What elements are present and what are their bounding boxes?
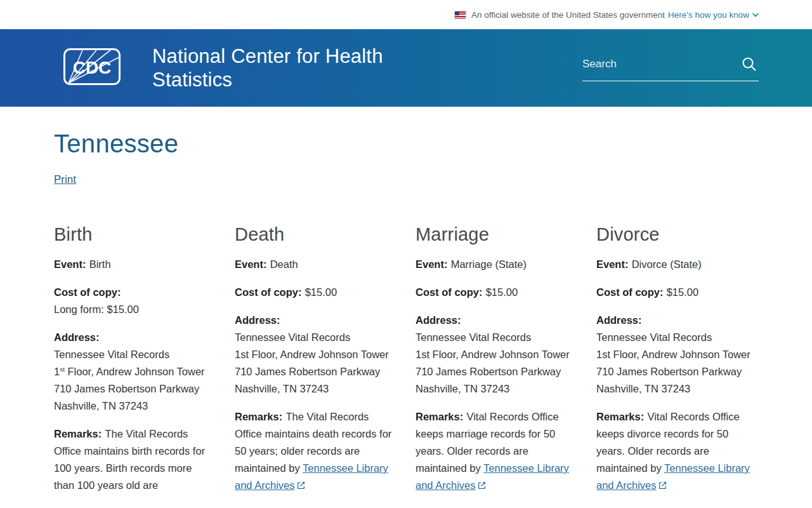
event-value: Marriage (State) bbox=[451, 258, 527, 270]
search-icon bbox=[741, 56, 757, 72]
event-label: Event: bbox=[596, 258, 628, 270]
record-section-marriage: Marriage Event:Marriage (State) Cost of … bbox=[416, 224, 574, 505]
external-link-icon bbox=[478, 481, 486, 490]
main-content: Tennessee Print Birth Event:Birth Cost o… bbox=[0, 130, 812, 505]
record-section-birth: Birth Event:Birth Cost of copy: Long for… bbox=[54, 224, 213, 505]
cost-value: $15.00 bbox=[305, 286, 337, 298]
remarks-field: Remarks:The Vital Records Office maintai… bbox=[54, 425, 213, 494]
cost-label: Cost of copy: bbox=[416, 286, 482, 298]
event-label: Event: bbox=[54, 258, 86, 270]
event-field: Event:Death bbox=[235, 256, 393, 273]
event-field: Event:Birth bbox=[54, 256, 213, 273]
search-area bbox=[582, 55, 759, 81]
section-heading-death: Death bbox=[235, 224, 393, 245]
event-value: Death bbox=[270, 258, 298, 270]
cost-value: $15.00 bbox=[667, 286, 698, 298]
address-line: Nashville, TN 37243 bbox=[54, 398, 213, 415]
external-link-icon bbox=[658, 481, 667, 490]
event-value: Birth bbox=[89, 258, 111, 270]
cost-label: Cost of copy: bbox=[54, 286, 121, 298]
address-line: 1st Floor, Andrew Johnson Tower bbox=[54, 363, 213, 380]
cost-label: Cost of copy: bbox=[596, 286, 663, 298]
heres-how-you-know-link[interactable]: Here's how you know bbox=[668, 10, 759, 20]
site-header: CDC National Center for Health Statistic… bbox=[0, 29, 812, 107]
site-title: National Center for Health Statistics bbox=[152, 44, 450, 91]
address-line: Tennessee Vital Records bbox=[416, 329, 574, 346]
official-website-text: An official website of the United States… bbox=[471, 10, 665, 20]
remarks-label: Remarks: bbox=[235, 411, 282, 422]
us-flag-icon bbox=[455, 11, 466, 18]
address-field: Address: Tennessee Vital Records 1st Flo… bbox=[54, 329, 213, 415]
address-label: Address: bbox=[416, 312, 574, 329]
address-label: Address: bbox=[596, 312, 755, 329]
section-heading-divorce: Divorce bbox=[596, 224, 755, 245]
address-label: Address: bbox=[235, 312, 393, 329]
remarks-field: Remarks:The Vital Records Office maintai… bbox=[235, 408, 393, 494]
section-heading-marriage: Marriage bbox=[416, 224, 574, 245]
address-line: Tennessee Vital Records bbox=[235, 329, 393, 346]
address-label: Address: bbox=[54, 329, 213, 346]
cost-field: Cost of copy:$15.00 bbox=[596, 284, 755, 301]
svg-text:CDC: CDC bbox=[73, 58, 112, 77]
remarks-field: Remarks:Vital Records Office keeps divor… bbox=[596, 408, 755, 494]
remarks-label: Remarks: bbox=[596, 411, 644, 422]
page-title: Tennessee bbox=[54, 130, 758, 158]
address-field: Address: Tennessee Vital Records 1st Flo… bbox=[235, 312, 393, 398]
address-line: 1st Floor, Andrew Johnson Tower bbox=[235, 346, 393, 363]
cost-value: $15.00 bbox=[486, 286, 518, 298]
cost-field: Cost of copy:$15.00 bbox=[235, 284, 393, 301]
address-field: Address: Tennessee Vital Records 1st Flo… bbox=[416, 312, 574, 398]
address-line: 710 James Robertson Parkway bbox=[596, 363, 755, 380]
cost-field: Cost of copy:$15.00 bbox=[416, 284, 574, 301]
remarks-label: Remarks: bbox=[416, 411, 463, 422]
section-heading-birth: Birth bbox=[54, 224, 213, 245]
remarks-label: Remarks: bbox=[54, 428, 102, 439]
event-label: Event: bbox=[416, 258, 447, 270]
external-link-icon bbox=[297, 481, 305, 490]
search-input[interactable] bbox=[582, 55, 740, 73]
record-section-death: Death Event:Death Cost of copy:$15.00 Ad… bbox=[235, 224, 393, 505]
record-section-divorce: Divorce Event:Divorce (State) Cost of co… bbox=[596, 224, 755, 505]
address-field: Address: Tennessee Vital Records 1st Flo… bbox=[596, 312, 755, 398]
event-field: Event:Marriage (State) bbox=[416, 256, 574, 273]
event-label: Event: bbox=[235, 258, 266, 270]
chevron-down-icon bbox=[752, 13, 759, 17]
address-line: 710 James Robertson Parkway bbox=[54, 380, 213, 398]
address-line: Tennessee Vital Records bbox=[596, 329, 755, 346]
cdc-logo[interactable]: CDC bbox=[63, 48, 121, 88]
record-columns: Birth Event:Birth Cost of copy: Long for… bbox=[54, 224, 758, 505]
address-line: Nashville, TN 37243 bbox=[596, 380, 755, 398]
print-link[interactable]: Print bbox=[54, 173, 76, 186]
cost-value: Long form: $15.00 bbox=[54, 304, 139, 315]
heres-how-you-know-label: Here's how you know bbox=[668, 10, 749, 20]
remarks-field: Remarks:Vital Records Office keeps marri… bbox=[416, 408, 574, 494]
cdc-logo-icon: CDC bbox=[63, 48, 121, 85]
address-line: 1st Floor, Andrew Johnson Tower bbox=[596, 346, 755, 363]
address-line: 1st Floor, Andrew Johnson Tower bbox=[416, 346, 574, 363]
cost-label: Cost of copy: bbox=[235, 286, 301, 298]
cost-field: Cost of copy: Long form: $15.00 bbox=[54, 284, 213, 318]
search-button[interactable] bbox=[740, 56, 759, 72]
event-value: Divorce (State) bbox=[632, 258, 702, 270]
address-line: Nashville, TN 37243 bbox=[416, 380, 574, 398]
address-line: 710 James Robertson Parkway bbox=[416, 363, 574, 380]
address-line: Tennessee Vital Records bbox=[54, 346, 213, 363]
address-line: Nashville, TN 37243 bbox=[235, 380, 393, 398]
usa-gov-banner: An official website of the United States… bbox=[0, 0, 812, 29]
event-field: Event:Divorce (State) bbox=[596, 256, 755, 273]
address-line: 710 James Robertson Parkway bbox=[235, 363, 393, 380]
